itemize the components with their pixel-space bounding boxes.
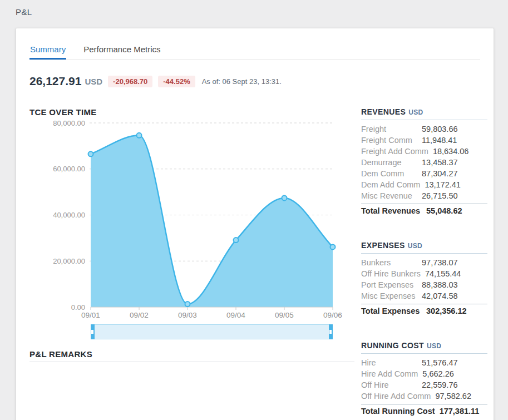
panel-row: Off Hire Bunkers74,155.44 xyxy=(361,268,487,279)
panel-row: Freight Comm11,948.41 xyxy=(361,135,487,146)
total-label: Total Revenues xyxy=(361,206,426,215)
total-label: Total Running Cost xyxy=(361,407,440,416)
panel-heading: EXPENSESUSD xyxy=(361,241,487,250)
panel-row: Misc Expenses42,074.58 xyxy=(361,290,487,302)
panel-running-cost: RUNNING COSTUSDHire51,576.47Hire Add Com… xyxy=(361,341,487,418)
tab-performance-metrics[interactable]: Performance Metrics xyxy=(83,45,161,60)
row-label: Off Hire Bunkers xyxy=(361,269,425,278)
data-point-marker[interactable] xyxy=(234,238,239,243)
x-axis-tick-label: 09/01 xyxy=(81,311,100,319)
panel-row: Freight59,803.66 xyxy=(361,123,487,135)
panel-heading: REVENUESUSD xyxy=(361,107,487,116)
panel-heading-divider xyxy=(361,120,487,120)
panel-title: REVENUES xyxy=(361,107,406,116)
panel-row: Hire51,576.47 xyxy=(361,357,487,368)
panel-row: Bunkers97,738.07 xyxy=(361,257,487,268)
row-value: 74,155.44 xyxy=(425,269,461,278)
panel-total-row: Total Revenues55,048.62 xyxy=(361,204,487,218)
panel-rows: Hire51,576.47Hire Add Comm5,662.26Off Hi… xyxy=(361,357,487,402)
row-value: 13,458.37 xyxy=(422,158,458,167)
panel-heading-divider xyxy=(361,253,487,254)
slider-grip-icon xyxy=(91,330,93,334)
panel-row: Freight Add Comm18,634.06 xyxy=(361,146,487,157)
panel-currency: USD xyxy=(427,342,441,350)
page-title: P&L xyxy=(16,7,32,17)
panel-title: EXPENSES xyxy=(361,241,405,250)
row-value: 87,304.27 xyxy=(422,169,458,178)
panel-row: Off Hire22,559.76 xyxy=(361,379,487,391)
row-label: Dem Comm xyxy=(361,169,422,178)
y-axis-tick-label: 40,000.00 xyxy=(53,211,85,219)
row-label: Freight Comm xyxy=(361,136,422,145)
x-axis-tick-label: 09/04 xyxy=(226,311,245,319)
as-of-timestamp: As of: 06 Sept 23, 13:31. xyxy=(202,77,282,86)
chart-column: TCE OVER TIME 0.0020,000.0040,000.0060,0… xyxy=(29,107,354,420)
x-axis-tick-label: 09/05 xyxy=(275,311,294,319)
panel-total-row: Total Expenses302,356.12 xyxy=(361,304,487,318)
panel-currency: USD xyxy=(408,242,422,250)
data-point-marker[interactable] xyxy=(88,151,93,156)
data-point-marker[interactable] xyxy=(282,195,287,200)
y-axis-tick-label: 80,000.00 xyxy=(53,119,85,127)
chart-range-slider[interactable] xyxy=(91,324,333,339)
x-axis-tick-label: 09/02 xyxy=(130,311,149,319)
total-value: 302,356.12 xyxy=(426,307,467,315)
y-axis-tick-label: 60,000.00 xyxy=(53,165,85,173)
panel-row: Off Hire Add Comm97,582.62 xyxy=(361,391,487,402)
panel-row: Dem Add Comm13,172.41 xyxy=(361,179,487,190)
x-axis-tick-label: 09/03 xyxy=(178,311,197,319)
data-point-marker[interactable] xyxy=(137,133,142,138)
row-label: Dem Add Comm xyxy=(361,180,425,189)
panel-row: Misc Revenue26,715.50 xyxy=(361,190,487,201)
panel-rows: Bunkers97,738.07Off Hire Bunkers74,155.4… xyxy=(361,257,487,302)
row-value: 51,576.47 xyxy=(422,358,458,367)
row-label: Misc Revenue xyxy=(361,191,422,200)
panel-row: Port Expenses88,388.03 xyxy=(361,279,487,290)
data-point-marker[interactable] xyxy=(185,302,190,307)
row-label: Off Hire Add Comm xyxy=(361,392,435,401)
total-label: Total Expenses xyxy=(361,307,426,315)
content-columns: TCE OVER TIME 0.0020,000.0040,000.0060,0… xyxy=(29,107,487,420)
data-point-marker[interactable] xyxy=(331,244,336,249)
row-value: 26,715.50 xyxy=(422,191,458,200)
slider-handle-left[interactable] xyxy=(91,324,95,339)
slider-handle-right[interactable] xyxy=(329,324,333,339)
financial-panels-column: REVENUESUSDFreight59,803.66Freight Comm1… xyxy=(361,107,487,420)
row-label: Freight Add Comm xyxy=(361,147,433,156)
delta-percent-badge: -44.52% xyxy=(158,76,195,87)
row-value: 42,074.58 xyxy=(422,291,458,300)
panel-row: Demurrage13,458.37 xyxy=(361,157,487,168)
tab-summary[interactable]: Summary xyxy=(29,45,66,60)
tce-area-chart: 0.0020,000.0040,000.0060,000.0080,000.00… xyxy=(29,117,354,320)
row-value: 11,948.41 xyxy=(422,136,457,145)
total-value: 55,048.62 xyxy=(426,206,462,215)
slider-grip-icon xyxy=(329,330,332,334)
total-value: 177,381.11 xyxy=(440,407,480,416)
row-value: 5,662.26 xyxy=(422,369,453,378)
pnl-currency: USD xyxy=(85,77,102,86)
panel-rows: Freight59,803.66Freight Comm11,948.41Fre… xyxy=(361,123,487,201)
row-label: Freight xyxy=(361,125,422,134)
remarks-divider xyxy=(29,362,354,362)
chart-title: TCE OVER TIME xyxy=(29,107,354,117)
panel-row: Dem Comm87,304.27 xyxy=(361,168,487,179)
panel-total-row: Total Running Cost177,381.11 xyxy=(361,404,487,418)
tab-bar: Summary Performance Metrics xyxy=(29,45,480,60)
panel-heading-divider xyxy=(361,353,487,354)
panel-expenses: EXPENSESUSDBunkers97,738.07Off Hire Bunk… xyxy=(361,241,487,318)
row-label: Off Hire xyxy=(361,381,422,389)
panel-title: RUNNING COST xyxy=(361,341,424,350)
pnl-value: 26,127.91 xyxy=(29,75,81,88)
row-value: 22,559.76 xyxy=(422,381,458,389)
pnl-headline: 26,127.91 USD -20,968.70 -44.52% As of: … xyxy=(29,75,480,88)
panel-row: Hire Add Comm5,662.26 xyxy=(361,368,487,379)
row-value: 18,634.06 xyxy=(433,147,469,156)
delta-absolute-badge: -20,968.70 xyxy=(108,76,152,87)
row-label: Misc Expenses xyxy=(361,291,422,300)
remarks-section: P&L REMARKS xyxy=(29,349,354,362)
panel-currency: USD xyxy=(408,108,423,116)
x-axis-tick-label: 09/06 xyxy=(323,311,342,319)
y-axis-tick-label: 20,000.00 xyxy=(53,257,85,265)
tce-area-fill xyxy=(91,135,333,307)
row-value: 59,803.66 xyxy=(422,125,458,134)
